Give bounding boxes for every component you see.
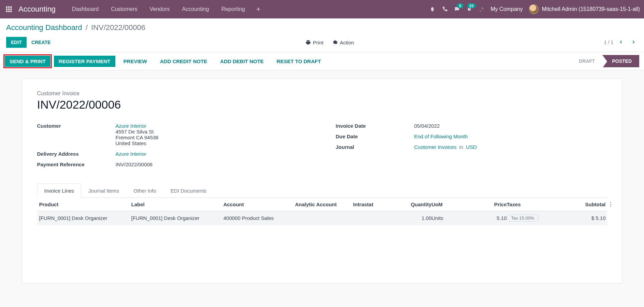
- col-uom: UoM: [432, 201, 462, 207]
- print-menu[interactable]: Print: [305, 40, 324, 45]
- printer-icon: [305, 40, 311, 45]
- cell-qty: 1.00: [387, 215, 432, 221]
- journal-label: Journal: [336, 144, 414, 150]
- cell-tax: Tax 15.00%: [507, 214, 539, 222]
- edit-button[interactable]: EDIT: [6, 37, 27, 48]
- form-title: INV/2022/00006: [37, 98, 607, 111]
- col-label: Label: [131, 201, 224, 207]
- svg-rect-7: [8, 11, 10, 12]
- top-navbar: Accounting Dashboard Customers Vendors A…: [0, 0, 644, 18]
- journal-in: in: [459, 144, 463, 150]
- nav-reporting[interactable]: Reporting: [216, 3, 250, 15]
- gear-icon: [332, 40, 338, 45]
- invdate-label: Invoice Date: [336, 123, 414, 129]
- nav-customers[interactable]: Customers: [105, 3, 143, 15]
- customer-addr3: United States: [116, 140, 146, 146]
- avatar: [529, 4, 539, 14]
- invdate-value: 05/04/2022: [414, 123, 607, 129]
- col-taxes: Taxes: [507, 201, 551, 207]
- status-posted[interactable]: POSTED: [602, 55, 639, 67]
- col-subtotal: Subtotal: [551, 201, 606, 207]
- messages-badge: 5: [457, 3, 463, 8]
- payref-label: Payment Reference: [37, 162, 116, 167]
- create-button[interactable]: CREATE: [27, 37, 56, 48]
- col-analytic: Analytic Account: [295, 201, 353, 207]
- control-panel: Accounting Dashboard / INV/2022/00006 ED…: [0, 18, 644, 52]
- customer-addr1: 4557 De Silva St: [116, 129, 154, 135]
- svg-rect-2: [10, 6, 12, 8]
- chevron-left-icon: [619, 40, 624, 44]
- svg-rect-1: [8, 6, 10, 8]
- activity-icon[interactable]: 23: [466, 6, 472, 12]
- cell-label: [FURN_0001] Desk Organizer: [131, 215, 224, 221]
- form-subtitle: Customer Invoice: [37, 90, 607, 97]
- nav-links: Dashboard Customers Vendors Accounting R…: [67, 3, 265, 15]
- cell-price: 5.10: [462, 215, 507, 221]
- statusbar: SEND & PRINT REGISTER PAYMENT PREVIEW AD…: [0, 52, 644, 70]
- status-draft[interactable]: DRAFT: [571, 55, 602, 67]
- user-menu[interactable]: Mitchell Admin (15180739-saas-15-1-all): [529, 4, 640, 14]
- bug-icon[interactable]: [429, 6, 435, 12]
- form-tabs: Invoice Lines Journal Items Other Info E…: [37, 183, 607, 198]
- reset-to-draft-button[interactable]: RESET TO DRAFT: [272, 56, 326, 67]
- app-brand[interactable]: Accounting: [18, 5, 56, 14]
- tools-icon[interactable]: [478, 6, 485, 12]
- customer-addr2: Fremont CA 94538: [116, 135, 159, 140]
- chevron-right-icon: [631, 40, 636, 44]
- breadcrumb-root[interactable]: Accounting Dashboard: [6, 23, 82, 32]
- svg-rect-6: [6, 11, 8, 12]
- col-product: Product: [39, 201, 131, 207]
- apps-icon[interactable]: [4, 4, 14, 14]
- table-row[interactable]: [FURN_0001] Desk Organizer [FURN_0001] D…: [37, 211, 607, 225]
- nav-vendors[interactable]: Vendors: [144, 3, 175, 15]
- col-options-icon[interactable]: ⋮: [606, 201, 616, 207]
- breadcrumb: Accounting Dashboard / INV/2022/00006: [6, 23, 638, 32]
- form-sheet: Customer Invoice INV/2022/00006 Customer…: [22, 79, 622, 283]
- nav-dashboard[interactable]: Dashboard: [67, 3, 104, 15]
- journal-value[interactable]: Customer Invoices: [414, 144, 457, 150]
- journal-currency[interactable]: USD: [466, 144, 477, 150]
- delivery-link[interactable]: Azure Interior: [116, 151, 146, 157]
- duedate-value[interactable]: End of Following Month: [414, 134, 468, 139]
- svg-rect-3: [6, 9, 8, 10]
- svg-rect-8: [10, 11, 12, 12]
- activity-badge: 23: [467, 3, 475, 8]
- pager: 1 / 1: [604, 38, 638, 47]
- sheet-wrapper: Customer Invoice INV/2022/00006 Customer…: [0, 70, 644, 292]
- svg-rect-5: [10, 9, 12, 10]
- pager-prev[interactable]: [617, 38, 626, 47]
- nav-right: 5 23 My Company Mitchell Admin (15180739…: [429, 4, 640, 14]
- cell-product: [FURN_0001] Desk Organizer: [39, 215, 131, 221]
- payref-value: INV/2022/00006: [116, 162, 309, 167]
- grid-header: Product Label Account Analytic Account I…: [37, 198, 607, 211]
- cell-account: 400000 Product Sales: [224, 215, 295, 221]
- col-account: Account: [224, 201, 295, 207]
- messages-icon[interactable]: 5: [454, 6, 460, 12]
- delivery-label: Delivery Address: [37, 151, 116, 157]
- company-selector[interactable]: My Company: [491, 6, 523, 12]
- nav-accounting[interactable]: Accounting: [176, 3, 214, 15]
- add-credit-note-button[interactable]: ADD CREDIT NOTE: [155, 56, 212, 67]
- col-price: Price: [462, 201, 507, 207]
- user-name: Mitchell Admin (15180739-saas-15-1-all): [542, 6, 640, 12]
- cell-subtotal: $ 5.10: [551, 215, 606, 221]
- customer-link[interactable]: Azure Interior: [116, 123, 146, 129]
- tab-journal-items[interactable]: Journal Items: [81, 183, 126, 198]
- tab-other-info[interactable]: Other Info: [126, 183, 163, 198]
- col-intrastat: Intrastat: [353, 201, 387, 207]
- send-and-print-button[interactable]: SEND & PRINT: [5, 56, 51, 67]
- register-payment-button[interactable]: REGISTER PAYMENT: [54, 56, 115, 67]
- cell-uom: Units: [432, 215, 462, 221]
- customer-label: Customer: [37, 123, 116, 129]
- preview-button[interactable]: PREVIEW: [119, 56, 152, 67]
- duedate-label: Due Date: [336, 134, 414, 139]
- tab-invoice-lines[interactable]: Invoice Lines: [37, 183, 82, 198]
- breadcrumb-current: INV/2022/00006: [91, 23, 145, 32]
- plus-icon[interactable]: [252, 3, 265, 15]
- svg-rect-0: [6, 6, 8, 8]
- tab-edi-documents[interactable]: EDI Documents: [163, 183, 214, 198]
- phone-icon[interactable]: [442, 6, 448, 12]
- action-menu[interactable]: Action: [332, 40, 354, 45]
- pager-next[interactable]: [629, 38, 638, 47]
- add-debit-note-button[interactable]: ADD DEBIT NOTE: [215, 56, 269, 67]
